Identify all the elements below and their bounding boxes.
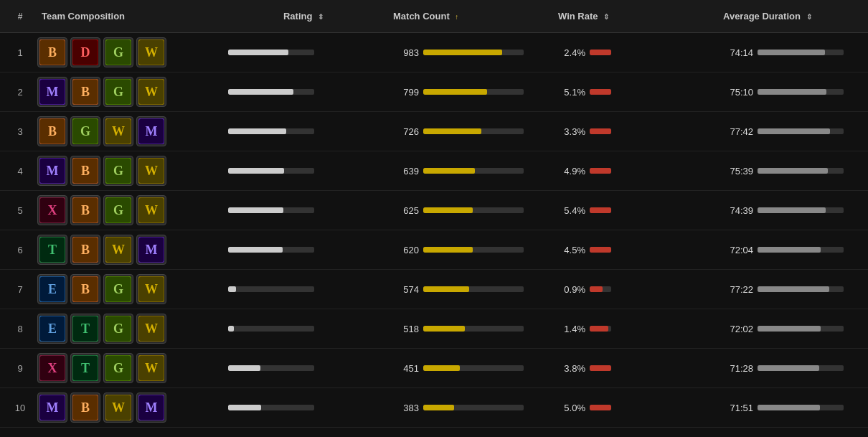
- match-bar-fill-1: [423, 50, 502, 55]
- hero-icon-10-2: W: [103, 393, 133, 423]
- svg-text:M: M: [47, 85, 59, 99]
- svg-text:X: X: [48, 361, 57, 375]
- hero-icon-1-3: W: [136, 37, 166, 67]
- hero-icon-8-1: T: [70, 314, 100, 344]
- win-rate-1: 2.4%: [558, 47, 585, 58]
- header-rating[interactable]: Rating ⇕: [221, 11, 386, 22]
- hero-icon-6-0: T: [37, 235, 67, 265]
- dur-bar-track-3: [758, 128, 844, 134]
- hero-icon-3-0: B: [37, 116, 67, 146]
- duration-7: 77:22: [723, 284, 753, 295]
- svg-text:W: W: [145, 361, 158, 375]
- table-row: 5 X B G W: [0, 191, 868, 230]
- winrate-bar-fill-3: [590, 128, 611, 134]
- win-rate-10: 5.0%: [558, 403, 585, 413]
- match-bar-fill-8: [423, 326, 465, 332]
- winrate-cell-2: 5.1%: [551, 87, 716, 98]
- win-rate-2: 5.1%: [558, 87, 585, 98]
- svg-text:B: B: [48, 45, 57, 60]
- rating-bar-fill-10: [228, 405, 261, 410]
- winrate-bar-track-5: [590, 207, 611, 213]
- match-cell-8: 518: [386, 324, 551, 334]
- dur-bar-track-5: [758, 207, 844, 213]
- duration-cell-9: 71:28: [716, 363, 862, 374]
- dur-bar-track-9: [758, 365, 844, 371]
- dur-bar-fill-2: [758, 89, 826, 95]
- match-bar-track-8: [423, 326, 524, 332]
- header-winrate[interactable]: Win Rate ⇕: [551, 11, 716, 22]
- dur-bar-fill-6: [758, 247, 821, 253]
- hero-icon-7-2: G: [103, 274, 133, 304]
- rank-1: 1: [6, 47, 34, 58]
- rank-2: 2: [6, 87, 34, 98]
- svg-text:G: G: [113, 45, 123, 60]
- svg-text:W: W: [145, 321, 158, 336]
- hero-icon-4-2: G: [103, 156, 133, 186]
- duration-8: 72:02: [723, 324, 753, 334]
- table-row: 8 E T G W: [0, 309, 868, 349]
- winrate-bar-fill-1: [590, 50, 611, 55]
- match-bar-fill-2: [423, 89, 487, 95]
- svg-text:M: M: [146, 124, 158, 138]
- match-cell-5: 625: [386, 205, 551, 216]
- match-cell-9: 451: [386, 363, 551, 374]
- hero-icon-5-2: G: [103, 195, 133, 225]
- table-body: 1 B D G W: [0, 33, 868, 428]
- winrate-bar-fill-4: [590, 168, 611, 174]
- rating-bar-fill-6: [228, 247, 283, 253]
- winrate-cell-5: 5.4%: [551, 205, 716, 216]
- rating-bar-fill-9: [228, 365, 260, 371]
- svg-text:D: D: [81, 45, 90, 60]
- svg-text:B: B: [81, 164, 90, 178]
- matches-sort-icon: ↑: [455, 13, 458, 21]
- match-count-10: 383: [393, 403, 419, 413]
- rating-cell-2: [221, 89, 386, 95]
- rating-bar-fill-3: [228, 128, 286, 134]
- winrate-cell-3: 3.3%: [551, 126, 716, 137]
- hero-icon-3-2: W: [103, 116, 133, 146]
- dur-bar-track-1: [758, 50, 844, 55]
- match-cell-4: 639: [386, 166, 551, 177]
- header-team: Team Composition: [34, 11, 221, 22]
- svg-text:E: E: [48, 282, 57, 296]
- win-rate-9: 3.8%: [558, 363, 585, 374]
- hero-icon-5-3: W: [136, 195, 166, 225]
- svg-text:G: G: [113, 321, 123, 336]
- team-icons-5: X B G W: [34, 195, 221, 225]
- duration-cell-6: 72:04: [716, 245, 862, 255]
- match-bar-fill-4: [423, 168, 475, 174]
- svg-text:E: E: [48, 321, 57, 336]
- hero-icon-10-1: B: [70, 393, 100, 423]
- rank-10: 10: [6, 403, 34, 413]
- winrate-cell-6: 4.5%: [551, 245, 716, 255]
- match-bar-track-3: [423, 128, 524, 134]
- table-header: # Team Composition Rating ⇕ Match Count …: [0, 0, 868, 33]
- rank-5: 5: [6, 205, 34, 216]
- dur-bar-fill-1: [758, 50, 825, 55]
- match-bar-track-5: [423, 207, 524, 213]
- match-count-5: 625: [393, 205, 419, 216]
- hero-icon-8-2: G: [103, 314, 133, 344]
- match-count-7: 574: [393, 284, 419, 295]
- dur-bar-track-4: [758, 168, 844, 174]
- team-composition-table: # Team Composition Rating ⇕ Match Count …: [0, 0, 868, 428]
- svg-text:W: W: [145, 85, 158, 99]
- winrate-bar-track-4: [590, 168, 611, 174]
- winrate-bar-fill-8: [590, 326, 608, 332]
- rating-bar-track-9: [228, 365, 314, 371]
- svg-text:W: W: [145, 45, 158, 60]
- header-matches[interactable]: Match Count ↑: [386, 11, 551, 22]
- hero-icon-9-1: T: [70, 353, 100, 383]
- rating-cell-6: [221, 247, 386, 253]
- hero-icon-1-2: G: [103, 37, 133, 67]
- header-duration[interactable]: Average Duration ⇕: [716, 11, 862, 22]
- hero-icon-1-1: D: [70, 37, 100, 67]
- team-icons-9: X T G W: [34, 353, 221, 383]
- winrate-cell-8: 1.4%: [551, 324, 716, 334]
- duration-6: 72:04: [723, 245, 753, 255]
- dur-bar-track-2: [758, 89, 844, 95]
- rating-bar-track-8: [228, 326, 314, 332]
- svg-text:B: B: [81, 400, 90, 415]
- dur-bar-fill-7: [758, 286, 829, 292]
- table-row: 2 M B G W: [0, 72, 868, 112]
